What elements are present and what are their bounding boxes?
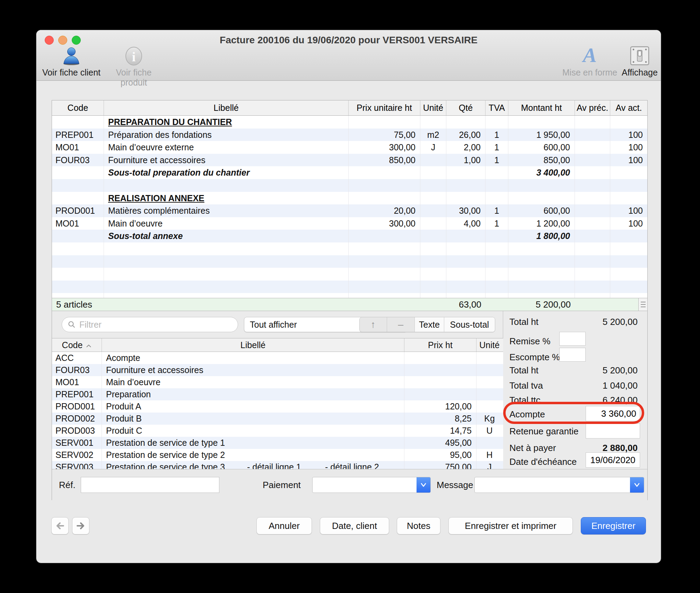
next-record-button[interactable] <box>72 517 89 534</box>
date-client-button[interactable]: Date, client <box>320 517 389 534</box>
invoice-cell-qte <box>446 166 485 179</box>
column-header[interactable]: Prix unitaire ht <box>348 100 420 115</box>
filter-search-input[interactable]: Filtrer <box>62 317 238 332</box>
catalog-cell-code: FOUR03 <box>52 364 102 376</box>
invoice-cell-tva <box>485 192 508 205</box>
invoice-table-row[interactable]: PREP001Préparation des fondations75,00m2… <box>52 129 647 141</box>
catalog-column-header[interactable]: Prix ht <box>404 338 476 352</box>
previous-record-button[interactable] <box>51 517 69 534</box>
invoice-cell-code <box>52 192 104 205</box>
toolbar-mise-en-forme-button[interactable]: A Mise en forme <box>562 44 618 79</box>
invoice-summary-row: 5 articles 63,00 5 200,00 <box>52 298 647 311</box>
acompte-label: Acompte <box>509 409 545 420</box>
invoice-table-row[interactable]: MO01Main d’oeuvre300,004,0011 200,00100 <box>52 217 647 230</box>
invoice-cell-unite <box>420 255 446 268</box>
invoice-table-row[interactable]: PREPARATION DU CHANTIER <box>52 116 647 129</box>
total-ttc-value: 6 240,00 <box>603 395 638 406</box>
invoice-cell-av_prec <box>575 204 610 217</box>
invoice-cell-prix <box>348 242 420 255</box>
enregistrer-button[interactable]: Enregistrer <box>581 517 646 534</box>
toolbar-voir-fiche-produit-button[interactable]: i Voir fiche produit <box>103 44 165 79</box>
move-row-up-button[interactable]: ↑ <box>360 317 387 332</box>
up-arrow-icon: ↑ <box>371 319 376 330</box>
invoice-cell-av_prec <box>575 281 610 293</box>
invoice-table-header: CodeLibelléPrix unitaire htUnitéQtéTVAMo… <box>52 100 647 116</box>
remise-input[interactable] <box>559 332 586 346</box>
acompte-input[interactable] <box>586 406 640 421</box>
paiement-select[interactable] <box>312 477 431 493</box>
catalog-table-row[interactable]: MO01Main d’oeuvre <box>52 376 503 388</box>
message-select[interactable] <box>474 477 644 493</box>
catalog-cell-code: SERV002 <box>52 449 102 461</box>
minus-icon: – <box>398 319 404 330</box>
catalog-cell-unite: J <box>476 461 502 469</box>
catalog-table-row[interactable]: SERV002Prestation de service de type 295… <box>52 449 503 461</box>
invoice-cell-av_act: 100 <box>610 204 647 217</box>
invoice-cell-prix: 850,00 <box>348 154 420 167</box>
catalog-cell-unite <box>476 364 502 376</box>
remove-row-button[interactable]: – <box>387 317 415 332</box>
invoice-table-row[interactable]: PROD001Matières complémentaires20,0030,0… <box>52 204 647 217</box>
notes-button[interactable]: Notes <box>397 517 440 534</box>
grip-handle-icon[interactable] <box>638 298 647 311</box>
column-header[interactable]: Code <box>52 100 104 115</box>
total-ht-value: 5 200,00 <box>603 317 638 327</box>
format-letter-icon: A <box>562 44 618 65</box>
catalog-cell-libelle: Produit C <box>102 425 404 437</box>
invoice-table-row[interactable] <box>52 293 647 298</box>
invoice-cell-tva: 1 <box>485 217 508 230</box>
column-header[interactable]: Unité <box>420 100 446 115</box>
invoice-table-row[interactable]: FOUR03Fourniture et accessoires850,001,0… <box>52 154 647 167</box>
catalog-table-row[interactable]: FOUR03Fourniture et accessoires <box>52 364 503 376</box>
column-header[interactable]: Montant ht <box>508 100 575 115</box>
invoice-cell-montant: 850,00 <box>508 154 575 167</box>
catalog-table-row[interactable]: PROD001Produit A120,00 <box>52 400 503 413</box>
catalog-column-header[interactable]: Libellé <box>102 338 404 352</box>
enregistrer-imprimer-button[interactable]: Enregistrer et imprimer <box>448 517 573 534</box>
date-echeance-input[interactable] <box>586 452 640 468</box>
invoice-cell-code <box>52 242 104 255</box>
invoice-cell-tva: 1 <box>485 141 508 154</box>
catalog-table-row[interactable]: PROD003Produit C14,75U <box>52 425 503 437</box>
invoice-table-row[interactable]: Sous-total annexe1 800,00 <box>52 230 647 242</box>
invoice-table-row[interactable] <box>52 268 647 281</box>
invoice-table-row[interactable]: MO01Main d’oeuvre externe300,00J2,001600… <box>52 141 647 154</box>
column-header[interactable]: Libellé <box>104 100 348 115</box>
catalog-detail-2: - détail ligne 2 <box>325 461 379 469</box>
ref-input[interactable] <box>81 477 219 493</box>
catalog-table-row[interactable]: PREP001Preparation <box>52 388 503 400</box>
annuler-button[interactable]: Annuler <box>256 517 312 534</box>
add-sous-total-button[interactable]: Sous-total <box>444 317 495 332</box>
catalog-table-row[interactable]: SERV003Prestation de service de type 3- … <box>52 461 503 469</box>
ref-label: Réf. <box>59 480 76 490</box>
catalog-cell-unite <box>476 437 502 449</box>
retenue-garantie-input[interactable] <box>586 423 640 439</box>
invoice-cell-av_prec <box>575 166 610 179</box>
catalog-column-header[interactable]: Code <box>52 338 102 352</box>
invoice-table-row[interactable] <box>52 281 647 293</box>
invoice-table-row[interactable] <box>52 179 647 192</box>
invoice-table-row[interactable] <box>52 255 647 268</box>
person-icon <box>42 44 101 65</box>
invoice-table-row[interactable] <box>52 242 647 255</box>
invoice-cell-av_act <box>610 242 647 255</box>
add-texte-button[interactable]: Texte <box>414 317 444 332</box>
invoice-cell-av_act <box>610 268 647 281</box>
catalog-cell-code: ACC <box>52 352 102 364</box>
invoice-table-row[interactable]: REALISATION ANNEXE <box>52 192 647 205</box>
column-header[interactable]: Av préc. <box>575 100 610 115</box>
catalog-table-row[interactable]: SERV001Prestation de service de type 149… <box>52 437 503 449</box>
escompte-input[interactable] <box>559 348 586 362</box>
catalog-table-row[interactable]: ACCAcompte <box>52 352 503 364</box>
column-header[interactable]: Av act. <box>610 100 647 115</box>
filter-bar: Filtrer Tout afficher ↑ – <box>52 311 503 338</box>
toolbar-voir-fiche-client-button[interactable]: Voir fiche client <box>42 44 101 79</box>
toolbar-affichage-button[interactable]: Affichage <box>620 44 660 79</box>
column-header[interactable]: TVA <box>485 100 508 115</box>
column-header[interactable]: Qté <box>446 100 485 115</box>
invoice-cell-tva: 1 <box>485 204 508 217</box>
footer-fields-row: Réf. Paiement Message <box>52 469 647 500</box>
catalog-table-row[interactable]: PROD002Produit B8,25Kg <box>52 413 503 425</box>
catalog-column-header[interactable]: Unité <box>476 338 502 352</box>
invoice-table-row[interactable]: Sous-total preparation du chantier3 400,… <box>52 166 647 179</box>
